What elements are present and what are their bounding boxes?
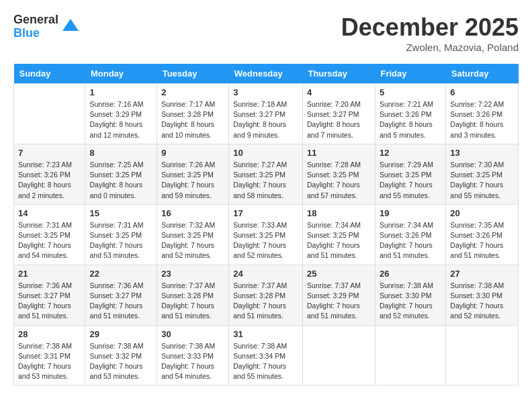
day-number: 12 xyxy=(380,148,441,158)
day-info: Sunrise: 7:30 AMSunset: 3:25 PMDaylight:… xyxy=(450,160,514,201)
header-friday: Friday xyxy=(375,64,445,84)
day-number: 1 xyxy=(89,87,152,97)
day-info: Sunrise: 7:29 AMSunset: 3:25 PMDaylight:… xyxy=(380,160,441,201)
calendar-cell: 30Sunrise: 7:38 AMSunset: 3:33 PMDayligh… xyxy=(157,325,229,385)
calendar-table: Sunday Monday Tuesday Wednesday Thursday… xyxy=(13,64,519,385)
day-info: Sunrise: 7:38 AMSunset: 3:33 PMDaylight:… xyxy=(161,341,224,382)
week-row-5: 28Sunrise: 7:38 AMSunset: 3:31 PMDayligh… xyxy=(14,325,519,385)
calendar-cell: 4Sunrise: 7:20 AMSunset: 3:27 PMDaylight… xyxy=(302,84,375,144)
calendar-cell: 5Sunrise: 7:21 AMSunset: 3:26 PMDaylight… xyxy=(375,84,445,144)
day-info: Sunrise: 7:36 AMSunset: 3:27 PMDaylight:… xyxy=(89,281,152,322)
day-number: 5 xyxy=(380,87,441,97)
calendar-cell: 8Sunrise: 7:25 AMSunset: 3:25 PMDaylight… xyxy=(85,144,157,204)
calendar-cell: 24Sunrise: 7:37 AMSunset: 3:28 PMDayligh… xyxy=(229,265,303,325)
day-number: 23 xyxy=(161,269,224,279)
calendar-header: Sunday Monday Tuesday Wednesday Thursday… xyxy=(14,64,519,84)
logo-blue-text: Blue xyxy=(13,27,58,40)
calendar-cell xyxy=(302,325,375,385)
week-row-3: 14Sunrise: 7:31 AMSunset: 3:25 PMDayligh… xyxy=(14,204,519,265)
calendar-cell: 23Sunrise: 7:37 AMSunset: 3:28 PMDayligh… xyxy=(157,265,229,325)
day-info: Sunrise: 7:35 AMSunset: 3:26 PMDaylight:… xyxy=(450,220,514,261)
day-info: Sunrise: 7:38 AMSunset: 3:32 PMDaylight:… xyxy=(89,341,152,382)
day-info: Sunrise: 7:33 AMSunset: 3:25 PMDaylight:… xyxy=(233,220,298,261)
day-info: Sunrise: 7:37 AMSunset: 3:28 PMDaylight:… xyxy=(161,281,224,322)
calendar-cell: 11Sunrise: 7:28 AMSunset: 3:25 PMDayligh… xyxy=(302,144,375,204)
calendar-cell: 13Sunrise: 7:30 AMSunset: 3:25 PMDayligh… xyxy=(446,144,519,204)
month-title: December 2025 xyxy=(341,13,519,42)
day-number: 16 xyxy=(161,208,224,218)
header-monday: Monday xyxy=(85,64,157,84)
calendar-cell: 9Sunrise: 7:26 AMSunset: 3:25 PMDaylight… xyxy=(157,144,229,204)
calendar-cell: 15Sunrise: 7:31 AMSunset: 3:25 PMDayligh… xyxy=(85,204,157,265)
header-tuesday: Tuesday xyxy=(157,64,229,84)
calendar-cell xyxy=(375,325,445,385)
header-saturday: Saturday xyxy=(446,64,519,84)
calendar-cell: 6Sunrise: 7:22 AMSunset: 3:26 PMDaylight… xyxy=(446,84,519,144)
calendar-cell: 19Sunrise: 7:34 AMSunset: 3:26 PMDayligh… xyxy=(375,204,445,265)
day-number: 29 xyxy=(89,329,152,339)
day-info: Sunrise: 7:25 AMSunset: 3:25 PMDaylight:… xyxy=(89,160,152,201)
day-info: Sunrise: 7:18 AMSunset: 3:27 PMDaylight:… xyxy=(233,99,298,140)
day-number: 28 xyxy=(18,329,81,339)
location: Zwolen, Mazovia, Poland xyxy=(341,42,519,53)
day-number: 27 xyxy=(450,269,514,279)
day-number: 10 xyxy=(233,148,298,158)
day-number: 11 xyxy=(307,148,371,158)
day-info: Sunrise: 7:38 AMSunset: 3:30 PMDaylight:… xyxy=(380,281,441,322)
day-number: 25 xyxy=(307,269,371,279)
day-number: 24 xyxy=(233,269,298,279)
day-info: Sunrise: 7:31 AMSunset: 3:25 PMDaylight:… xyxy=(89,220,152,261)
day-number: 7 xyxy=(18,148,81,158)
day-number: 17 xyxy=(233,208,298,218)
day-number: 18 xyxy=(307,208,371,218)
header-thursday: Thursday xyxy=(302,64,375,84)
day-number: 15 xyxy=(89,208,152,218)
calendar-cell: 10Sunrise: 7:27 AMSunset: 3:25 PMDayligh… xyxy=(229,144,303,204)
day-info: Sunrise: 7:38 AMSunset: 3:34 PMDaylight:… xyxy=(233,341,298,382)
day-number: 30 xyxy=(161,329,224,339)
day-info: Sunrise: 7:37 AMSunset: 3:28 PMDaylight:… xyxy=(233,281,298,322)
day-info: Sunrise: 7:20 AMSunset: 3:27 PMDaylight:… xyxy=(307,99,371,140)
day-number: 31 xyxy=(233,329,298,339)
day-number: 26 xyxy=(380,269,441,279)
day-number: 3 xyxy=(233,87,298,97)
day-info: Sunrise: 7:34 AMSunset: 3:26 PMDaylight:… xyxy=(380,220,441,261)
calendar-cell: 27Sunrise: 7:38 AMSunset: 3:30 PMDayligh… xyxy=(446,265,519,325)
calendar-cell: 25Sunrise: 7:37 AMSunset: 3:29 PMDayligh… xyxy=(302,265,375,325)
day-info: Sunrise: 7:34 AMSunset: 3:25 PMDaylight:… xyxy=(307,220,371,261)
calendar-cell: 21Sunrise: 7:36 AMSunset: 3:27 PMDayligh… xyxy=(14,265,85,325)
week-row-4: 21Sunrise: 7:36 AMSunset: 3:27 PMDayligh… xyxy=(14,265,519,325)
logo-icon xyxy=(61,17,80,36)
logo-general-text: General xyxy=(13,13,58,27)
calendar-cell: 3Sunrise: 7:18 AMSunset: 3:27 PMDaylight… xyxy=(229,84,303,144)
svg-marker-0 xyxy=(62,19,79,31)
day-info: Sunrise: 7:17 AMSunset: 3:28 PMDaylight:… xyxy=(161,99,224,140)
calendar-cell: 2Sunrise: 7:17 AMSunset: 3:28 PMDaylight… xyxy=(157,84,229,144)
week-row-2: 7Sunrise: 7:23 AMSunset: 3:26 PMDaylight… xyxy=(14,144,519,204)
calendar-cell: 28Sunrise: 7:38 AMSunset: 3:31 PMDayligh… xyxy=(14,325,85,385)
day-info: Sunrise: 7:23 AMSunset: 3:26 PMDaylight:… xyxy=(18,160,81,201)
calendar-cell: 12Sunrise: 7:29 AMSunset: 3:25 PMDayligh… xyxy=(375,144,445,204)
day-number: 19 xyxy=(380,208,441,218)
day-number: 22 xyxy=(89,269,152,279)
calendar-cell xyxy=(14,84,85,144)
day-info: Sunrise: 7:21 AMSunset: 3:26 PMDaylight:… xyxy=(380,99,441,140)
title-section: December 2025 Zwolen, Mazovia, Poland xyxy=(341,13,519,53)
calendar-cell: 14Sunrise: 7:31 AMSunset: 3:25 PMDayligh… xyxy=(14,204,85,265)
calendar-cell: 26Sunrise: 7:38 AMSunset: 3:30 PMDayligh… xyxy=(375,265,445,325)
day-info: Sunrise: 7:31 AMSunset: 3:25 PMDaylight:… xyxy=(18,220,81,261)
header-wednesday: Wednesday xyxy=(229,64,303,84)
page-header: General Blue December 2025 Zwolen, Mazov… xyxy=(13,13,519,53)
day-info: Sunrise: 7:37 AMSunset: 3:29 PMDaylight:… xyxy=(307,281,371,322)
week-row-1: 1Sunrise: 7:16 AMSunset: 3:29 PMDaylight… xyxy=(14,84,519,144)
day-number: 9 xyxy=(161,148,224,158)
calendar-cell: 17Sunrise: 7:33 AMSunset: 3:25 PMDayligh… xyxy=(229,204,303,265)
day-number: 6 xyxy=(450,87,514,97)
calendar-cell: 20Sunrise: 7:35 AMSunset: 3:26 PMDayligh… xyxy=(446,204,519,265)
day-info: Sunrise: 7:36 AMSunset: 3:27 PMDaylight:… xyxy=(18,281,81,322)
day-info: Sunrise: 7:38 AMSunset: 3:30 PMDaylight:… xyxy=(450,281,514,322)
calendar-cell: 22Sunrise: 7:36 AMSunset: 3:27 PMDayligh… xyxy=(85,265,157,325)
header-row: Sunday Monday Tuesday Wednesday Thursday… xyxy=(14,64,519,84)
day-info: Sunrise: 7:26 AMSunset: 3:25 PMDaylight:… xyxy=(161,160,224,201)
calendar-cell: 31Sunrise: 7:38 AMSunset: 3:34 PMDayligh… xyxy=(229,325,303,385)
